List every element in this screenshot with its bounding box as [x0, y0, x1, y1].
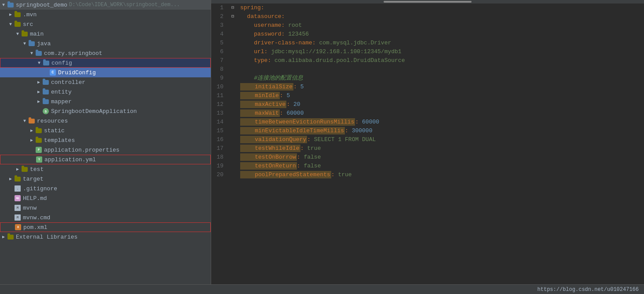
tree-item-label: resources — [37, 118, 68, 124]
gutter — [229, 47, 237, 56]
tree-item-gitignore[interactable]: ..gitignore — [0, 184, 211, 193]
gutter — [229, 83, 237, 91]
editor-line: 19 testOnReturn: false — [211, 162, 644, 171]
folder-blue-icon — [35, 50, 42, 57]
folder-icon — [14, 21, 21, 28]
line-content: testOnBorrow: false — [237, 153, 644, 162]
tree-arrow[interactable] — [14, 30, 21, 37]
tree-item-mvnw[interactable]: Mmvnw — [0, 203, 211, 213]
tree-item-external-libraries[interactable]: External Libraries — [0, 232, 211, 242]
tree-arrow[interactable] — [28, 127, 35, 134]
file-tree[interactable]: springboot_demoD:\Code\IDEA_WORK\springb… — [0, 0, 211, 284]
tree-item-label: application.properties — [44, 147, 120, 153]
tree-item-label: HELP.md — [23, 195, 47, 202]
tree-item-HELP.md[interactable]: MDHELP.md — [0, 193, 211, 203]
tree-item-label: .mvn — [23, 11, 37, 18]
tree-item-entity[interactable]: entity — [0, 87, 211, 97]
editor-line: 7 type: com.alibaba.druid.pool.DruidData… — [211, 56, 644, 65]
tree-item-static[interactable]: static — [0, 126, 211, 135]
tree-item-mapper[interactable]: mapper — [0, 97, 211, 106]
line-content: timeBetweenEvictionRunsMillis: 60000 — [237, 118, 644, 127]
folder-blue-icon — [7, 1, 14, 8]
tree-item-config[interactable]: config — [0, 58, 211, 68]
editor-line: 13 maxWait: 60000 — [211, 109, 644, 118]
code-editor: 1⊟spring:2⊟ datasource:3 username: root4… — [211, 0, 644, 284]
tree-arrow[interactable] — [35, 98, 42, 105]
tree-arrow[interactable] — [35, 88, 42, 95]
tree-arrow[interactable] — [21, 40, 28, 47]
fold-icon[interactable]: ⊟ — [231, 4, 234, 12]
tree-arrow[interactable] — [36, 59, 43, 66]
tree-item-test[interactable]: test — [0, 164, 211, 174]
tree-item-path: D:\Code\IDEA_WORK\springboot_dem... — [69, 2, 180, 8]
tree-item-DruidConfig[interactable]: CDruidConfig — [0, 68, 211, 77]
tree-item-springboot-demo[interactable]: springboot_demoD:\Code\IDEA_WORK\springb… — [0, 0, 211, 10]
folder-blue-icon — [42, 79, 49, 86]
status-bar: https://blog.csdn.net/u010247166 — [0, 284, 644, 294]
gutter — [229, 30, 237, 39]
gutter — [229, 135, 237, 144]
folder-icon — [35, 127, 42, 134]
tree-item-SpringbootDemoApp[interactable]: SSpringbootDemoApplication — [0, 106, 211, 116]
tree-arrow[interactable] — [14, 166, 21, 173]
tree-arrow[interactable] — [0, 1, 7, 8]
tree-item-label: src — [23, 21, 33, 28]
editor-line: 1⊟spring: — [211, 4, 644, 12]
tree-item-java[interactable]: java — [0, 39, 211, 48]
line-number: 10 — [211, 83, 229, 91]
tree-item-application.properties[interactable]: Papplication.properties — [0, 145, 211, 155]
line-content: validationQuery: SELECT 1 FROM DUAL — [237, 135, 644, 144]
gutter — [229, 171, 237, 179]
tree-item-target[interactable]: target — [0, 174, 211, 184]
tree-arrow[interactable] — [7, 11, 14, 18]
tree-arrow[interactable] — [35, 79, 42, 86]
editor-line: 16 validationQuery: SELECT 1 FROM DUAL — [211, 135, 644, 144]
tree-item-templates[interactable]: templates — [0, 135, 211, 145]
tree-item-label: controller — [51, 79, 85, 86]
tree-arrow[interactable] — [21, 117, 28, 124]
tree-item-label: java — [37, 40, 51, 47]
tree-item-resources[interactable]: resources — [0, 116, 211, 126]
tree-item-com-zy[interactable]: com.zy.springboot — [0, 48, 211, 58]
tree-item-mvnw.cmd[interactable]: Mmvnw.cmd — [0, 213, 211, 222]
gutter — [229, 109, 237, 118]
tree-arrow[interactable] — [7, 175, 14, 182]
tree-item-label: templates — [44, 137, 75, 144]
tree-arrow[interactable] — [0, 233, 7, 240]
tree-item-label: DruidConfig — [58, 69, 96, 76]
spring-class-icon: S — [42, 108, 49, 115]
line-content: testWhileIdle: true — [237, 144, 644, 153]
gutter — [229, 74, 237, 83]
line-number: 2 — [211, 12, 229, 21]
resources-folder-icon — [28, 117, 35, 124]
tree-item-label: entity — [51, 89, 72, 95]
line-number: 3 — [211, 21, 229, 30]
line-number: 6 — [211, 47, 229, 56]
tree-item-controller[interactable]: controller — [0, 77, 211, 87]
tree-item-main[interactable]: main — [0, 29, 211, 39]
tree-arrow[interactable] — [28, 50, 35, 57]
tree-item-src[interactable]: src — [0, 19, 211, 29]
tree-item-pom.xml[interactable]: Xpom.xml — [0, 222, 211, 232]
tree-item-application.yml[interactable]: Yapplication.yml — [0, 155, 211, 164]
tree-arrow[interactable] — [7, 21, 14, 28]
line-number: 12 — [211, 100, 229, 109]
tree-item-label: mapper — [51, 98, 72, 105]
gutter — [229, 144, 237, 153]
tree-arrow[interactable] — [28, 137, 35, 144]
tree-item-label: SpringbootDemoApplication — [51, 108, 137, 115]
xml-icon: X — [15, 224, 22, 231]
editor-line: 3 username: root — [211, 21, 644, 30]
line-number: 16 — [211, 135, 229, 144]
editor-line: 2⊟ datasource: — [211, 12, 644, 21]
folder-blue-icon — [42, 98, 49, 105]
editor-line: 5 driver-class-name: com.mysql.jdbc.Driv… — [211, 39, 644, 47]
line-content: testOnReturn: false — [237, 162, 644, 171]
folder-blue-icon — [42, 88, 49, 95]
line-content — [237, 65, 644, 74]
fold-icon[interactable]: ⊟ — [231, 12, 234, 21]
tree-item-label: .gitignore — [23, 185, 57, 192]
gutter — [229, 162, 237, 171]
gutter — [229, 65, 237, 74]
tree-item-mvn[interactable]: .mvn — [0, 10, 211, 19]
